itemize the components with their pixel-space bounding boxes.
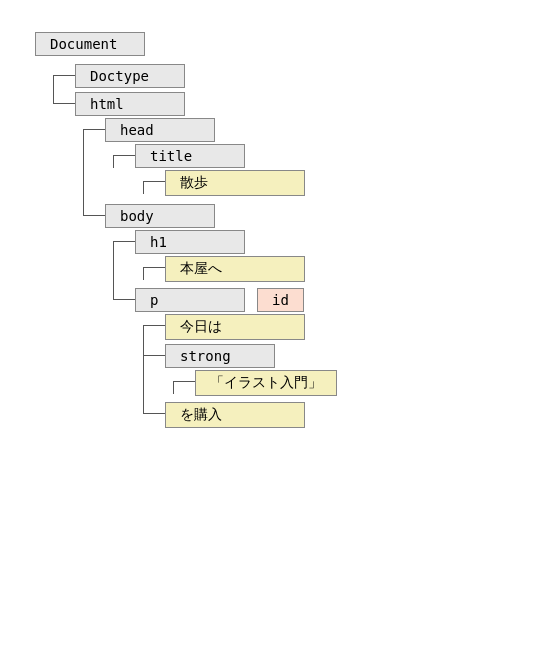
- node-html: html: [75, 92, 185, 116]
- list-item: h1 本屋へ: [105, 228, 529, 286]
- list-item: 本屋へ: [135, 254, 529, 284]
- list-item: 散歩: [135, 168, 529, 198]
- node-doctype: Doctype: [75, 64, 185, 88]
- node-h1: h1: [135, 230, 245, 254]
- node-strong-text: 「イラスト入門」: [195, 370, 337, 396]
- node-title-text: 散歩: [165, 170, 305, 196]
- list-item: 今日は: [135, 312, 529, 342]
- node-p: p: [135, 288, 245, 312]
- node-title: title: [135, 144, 245, 168]
- list-item: p id 今日は strong: [105, 286, 529, 432]
- list-item: 「イラスト入門」: [165, 368, 529, 398]
- node-p-text2: を購入: [165, 402, 305, 428]
- node-strong: strong: [165, 344, 275, 368]
- node-p-text1: 今日は: [165, 314, 305, 340]
- list-item: Doctype: [45, 62, 529, 90]
- node-p-attr-id: id: [257, 288, 304, 312]
- node-document: Document: [35, 32, 145, 56]
- node-h1-text: 本屋へ: [165, 256, 305, 282]
- node-body: body: [105, 204, 215, 228]
- node-head: head: [105, 118, 215, 142]
- list-item: title 散歩: [105, 142, 529, 200]
- list-item: strong 「イラスト入門」: [135, 342, 529, 400]
- list-item: head title 散歩: [75, 116, 529, 202]
- list-item: html head title 散歩: [45, 90, 529, 436]
- tree-diagram: Document Doctype html head title: [20, 20, 539, 446]
- list-item: body h1 本屋へ: [75, 202, 529, 434]
- list-item: を購入: [135, 400, 529, 430]
